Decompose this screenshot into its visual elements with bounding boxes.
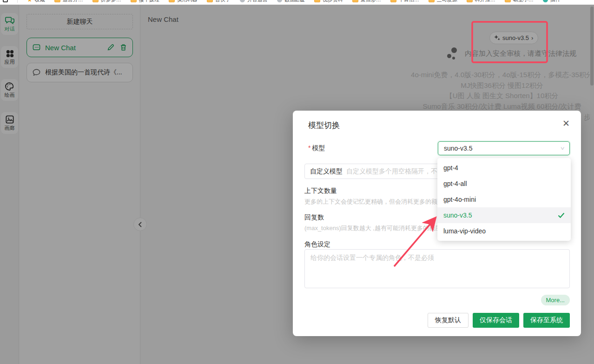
max-tokens-desc: (max_tokens)回复数越大 ,越有可能消耗更多的额度 <box>304 224 441 232</box>
folder-icon <box>92 0 99 2</box>
bookmark-label: 视步资料 <box>323 0 343 3</box>
bookmark-item[interactable]: 朝至小… <box>505 0 534 3</box>
dropdown-option[interactable]: gpt-4o-mini <box>437 192 571 207</box>
star-icon: ★ <box>27 0 33 3</box>
bookmark-label: 朝至小… <box>513 0 534 3</box>
dropdown-option[interactable]: luma-vip-video <box>437 223 571 239</box>
panel-icon <box>3 0 8 2</box>
bookmark-label: 接千披珪 <box>139 0 159 3</box>
bookmark-item[interactable]: 数据酷盘 <box>277 0 305 3</box>
bookmark-item[interactable]: 接千披珪 <box>131 0 159 3</box>
role-setting-label: 角色设定 <box>304 240 330 249</box>
bookmark-item[interactable]: 视步资料 <box>314 0 343 3</box>
folder-icon <box>429 0 435 2</box>
bookmark-label: 科开报… <box>475 0 495 3</box>
bookmark-label: 直播形… <box>361 0 381 3</box>
model-dropdown: gpt-4 gpt-4-all gpt-4o-mini suno-v3.5 lu… <box>437 158 571 241</box>
bookmark-item[interactable]: 运营分… <box>54 0 83 3</box>
folder-icon <box>314 0 320 2</box>
custom-model-label: 自定义模型 <box>310 167 343 176</box>
bookmarks-bar: ★收藏运营分…拼多多…接千披珪实用利器合伙子升音运营数据酷盘视步资料直播形…千百… <box>0 0 594 5</box>
context-count-label: 上下文数量 <box>304 187 337 195</box>
chevron-down-icon: ˅ <box>560 146 564 151</box>
role-setting-textarea[interactable] <box>304 249 570 288</box>
dropdown-option[interactable]: gpt-4-all <box>437 176 571 192</box>
folder-icon <box>390 0 396 2</box>
bookmark-label: 插件 <box>550 0 561 3</box>
close-icon[interactable]: ✕ <box>562 119 570 128</box>
bookmark-label: 拼多多… <box>101 0 121 3</box>
model-select-value: suno-v3.5 <box>444 145 472 152</box>
site-teal-icon <box>543 0 548 2</box>
bookmark-item[interactable] <box>3 0 8 2</box>
required-asterisk: * <box>308 144 310 152</box>
separator <box>17 0 18 3</box>
bookmark-label: 合伙子 <box>215 0 231 3</box>
bookmark-item[interactable]: 科开报… <box>467 0 495 3</box>
bookmarks-row: ★收藏运营分…拼多多…接千披珪实用利器合伙子升音运营数据酷盘视步资料直播形…千百… <box>3 0 561 3</box>
folder-icon <box>131 0 137 2</box>
bookmark-label: 三司发源 <box>437 0 457 3</box>
bookmark-label: 运营分… <box>63 0 83 3</box>
modal-button-row: 恢复默认 仅保存会话 保存至系统 <box>428 313 570 328</box>
model-field-label: *模型 <box>308 144 325 152</box>
model-select[interactable]: suno-v3.5 ˅ <box>438 141 570 155</box>
save-system-button[interactable]: 保存至系统 <box>523 313 570 328</box>
bookmark-item[interactable]: 合伙子 <box>207 0 231 3</box>
bookmark-item[interactable]: 拼多多… <box>92 0 121 3</box>
bookmark-item[interactable]: 升音运营 <box>240 0 268 3</box>
bookmark-item[interactable]: 直播形… <box>352 0 381 3</box>
folder-icon <box>505 0 511 2</box>
more-button[interactable]: More... <box>541 295 570 305</box>
bookmark-label: 数据酷盘 <box>284 0 305 3</box>
bookmark-item[interactable]: ★收藏 <box>27 0 45 3</box>
bookmark-item[interactable]: 插件 <box>543 0 561 3</box>
bookmark-item[interactable]: 三司发源 <box>429 0 457 3</box>
bookmark-label: 实用利器 <box>177 0 198 3</box>
dropdown-option[interactable]: gpt-4 <box>437 160 571 176</box>
context-count-desc: 更多的上下文会使记忆更精确，但会消耗更多的额度 <box>304 198 443 206</box>
max-tokens-label: 回复数 <box>304 213 324 222</box>
folder-icon <box>467 0 473 2</box>
folder-icon <box>352 0 358 2</box>
dropdown-option-selected[interactable]: suno-v3.5 <box>437 207 571 223</box>
bookmark-label: 千百怕… <box>399 0 419 3</box>
save-session-button[interactable]: 仅保存会话 <box>473 313 519 328</box>
bookmark-label: 升音运营 <box>247 0 268 3</box>
checkmark-icon <box>558 212 565 218</box>
folder-icon <box>54 0 60 2</box>
modal-title: 模型切换 <box>308 120 340 131</box>
folder-icon <box>207 0 213 2</box>
site-icon <box>240 0 245 2</box>
folder-icon <box>169 0 175 2</box>
bookmark-label: 收藏 <box>35 0 45 3</box>
bookmark-item[interactable]: 千百怕… <box>390 0 419 3</box>
reset-default-button[interactable]: 恢复默认 <box>428 313 469 328</box>
custom-model-placeholder: 自定义模型多个用空格隔开，不 <box>346 167 437 176</box>
site-icon <box>277 0 282 2</box>
bookmark-item[interactable]: 实用利器 <box>169 0 198 3</box>
